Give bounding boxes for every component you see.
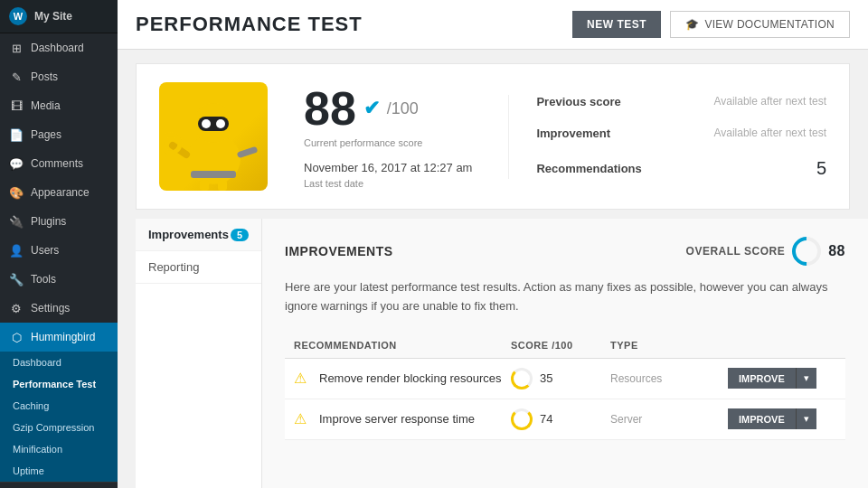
- sidebar-item-comments[interactable]: 💬 Comments: [0, 149, 118, 178]
- improvement-value: Available after next test: [713, 127, 826, 139]
- reporting-nav-label: Reporting: [148, 260, 199, 274]
- improve-dropdown-button[interactable]: ▾: [796, 408, 816, 429]
- improvements-badge: 5: [231, 229, 249, 241]
- sidebar-item-hb-caching[interactable]: Caching: [0, 395, 118, 417]
- hb-caching-label: Caching: [13, 400, 49, 411]
- svg-line-7: [241, 150, 254, 155]
- rec-name: Remove render blocking resources: [319, 371, 511, 385]
- improvement-label: Improvement: [536, 127, 610, 140]
- col-header-action: [728, 340, 836, 351]
- sidebar-item-label: Appearance: [31, 186, 90, 199]
- previous-score-label: Previous score: [536, 95, 620, 108]
- nav-item-improvements[interactable]: Improvements 5: [136, 219, 261, 251]
- hb-dashboard-label: Dashboard: [13, 357, 61, 368]
- sidebar-item-pages[interactable]: 📄 Pages: [0, 120, 118, 149]
- sidebar-item-label: Tools: [31, 273, 56, 286]
- media-icon: 🎞: [9, 99, 24, 113]
- hb-uptime-label: Uptime: [13, 465, 44, 476]
- improve-button[interactable]: IMPROVE: [728, 408, 796, 429]
- header-actions: NEW TEST 🎓 VIEW DOCUMENTATION: [572, 11, 850, 38]
- score-number: 88 ✔ /100: [304, 85, 472, 132]
- improvements-description: Here are your latest performance test re…: [285, 278, 845, 316]
- content-area: Improvements 5 Reporting IMPROVEMENTS OV…: [118, 219, 868, 488]
- posts-icon: ✎: [9, 70, 24, 84]
- sidebar-header: W My Site: [0, 0, 118, 33]
- rec-type: Resources: [610, 372, 728, 385]
- improvements-header: IMPROVEMENTS OVERALL SCORE 88: [285, 237, 845, 266]
- table-row: ⚠ Remove render blocking resources 35 Re…: [285, 359, 845, 399]
- overall-score-value: 88: [828, 243, 845, 259]
- improve-button[interactable]: IMPROVE: [728, 368, 796, 389]
- recommendations-label: Recommendations: [536, 162, 641, 175]
- rec-action: IMPROVE ▾: [728, 368, 836, 389]
- sidebar-item-tools[interactable]: 🔧 Tools: [0, 265, 118, 294]
- sidebar-nav: ⊞ Dashboard ✎ Posts 🎞 Media 📄 Pages 💬 Co…: [0, 33, 118, 488]
- hummingbird-sub-menu: Dashboard Performance Test Caching Gzip …: [0, 352, 118, 482]
- pages-icon: 📄: [9, 127, 24, 142]
- rec-score: 74: [540, 412, 552, 426]
- sidebar-item-media[interactable]: 🎞 Media: [0, 91, 118, 120]
- sidebar-item-label: Hummingbird: [31, 331, 95, 343]
- svg-rect-10: [218, 180, 227, 191]
- rec-score: 35: [540, 371, 552, 385]
- mini-donut-icon: [511, 368, 533, 389]
- svg-point-3: [202, 119, 211, 128]
- sidebar-item-label: Posts: [31, 70, 58, 83]
- view-docs-button[interactable]: 🎓 VIEW DOCUMENTATION: [670, 11, 850, 38]
- improvements-nav-label: Improvements: [148, 228, 229, 241]
- mini-donut-icon: [511, 408, 533, 430]
- hb-gzip-label: Gzip Compression: [13, 422, 94, 433]
- previous-score-value: Available after next test: [713, 95, 826, 108]
- improve-dropdown-button[interactable]: ▾: [796, 368, 816, 389]
- sidebar-item-hb-performance[interactable]: Performance Test: [0, 373, 118, 395]
- sidebar: W My Site ⊞ Dashboard ✎ Posts 🎞 Media 📄 …: [0, 0, 118, 488]
- sidebar-item-dashboard[interactable]: ⊞ Dashboard: [0, 33, 118, 62]
- settings-icon: ⚙: [9, 301, 24, 315]
- comments-icon: 💬: [9, 156, 24, 171]
- current-score-label: Current performance score: [304, 137, 472, 148]
- rec-type: Server: [610, 413, 728, 426]
- sidebar-item-label: Plugins: [31, 215, 66, 228]
- sidebar-item-label: Settings: [31, 302, 70, 314]
- rec-action: IMPROVE ▾: [728, 408, 836, 429]
- sidebar-item-hb-gzip[interactable]: Gzip Compression: [0, 417, 118, 438]
- score-max: /100: [387, 100, 419, 117]
- site-name: My Site: [34, 10, 72, 23]
- new-test-button[interactable]: NEW TEST: [572, 11, 661, 38]
- users-icon: 👤: [9, 243, 24, 258]
- overall-label: OVERALL SCORE: [686, 245, 786, 258]
- docs-icon: 🎓: [685, 18, 699, 31]
- collapse-menu-button[interactable]: ◀ Collapse menu: [0, 482, 118, 488]
- hummingbird-icon: ⬡: [9, 330, 24, 344]
- left-nav: Improvements 5 Reporting: [136, 219, 262, 488]
- sidebar-item-users[interactable]: 👤 Users: [0, 236, 118, 265]
- sidebar-item-hummingbird[interactable]: ⬡ Hummingbird: [0, 323, 118, 352]
- sidebar-item-label: Media: [31, 99, 61, 112]
- appearance-icon: 🎨: [9, 185, 24, 200]
- col-header-type: Type: [610, 340, 728, 351]
- warning-icon: ⚠: [294, 370, 312, 387]
- warning-icon: ⚠: [294, 410, 312, 427]
- previous-score-row: Previous score Available after next test: [536, 95, 826, 108]
- sidebar-item-settings[interactable]: ⚙ Settings: [0, 294, 118, 323]
- sidebar-item-label: Pages: [31, 128, 61, 141]
- sidebar-item-posts[interactable]: ✎ Posts: [0, 62, 118, 91]
- nav-item-reporting[interactable]: Reporting: [136, 251, 261, 284]
- score-date: November 16, 2017 at 12:27 am: [304, 161, 472, 174]
- mascot-image: [159, 82, 268, 191]
- sidebar-item-hb-uptime[interactable]: Uptime: [0, 460, 118, 482]
- overall-score: OVERALL SCORE 88: [686, 237, 845, 266]
- sidebar-item-hb-dashboard[interactable]: Dashboard: [0, 352, 118, 373]
- sidebar-item-plugins[interactable]: 🔌 Plugins: [0, 207, 118, 236]
- sidebar-item-label: Dashboard: [31, 42, 84, 54]
- hummingbird-section: ⬡ Hummingbird Dashboard Performance Test…: [0, 323, 118, 482]
- score-stats: Previous score Available after next test…: [508, 95, 826, 179]
- page-title: PERFORMANCE TEST: [136, 13, 363, 36]
- plugins-icon: 🔌: [9, 214, 24, 229]
- improvements-title: IMPROVEMENTS: [285, 244, 393, 258]
- rec-score-cell: 74: [511, 408, 610, 430]
- score-check-icon: ✔: [363, 99, 380, 118]
- sidebar-item-hb-minification[interactable]: Minification: [0, 438, 118, 460]
- sidebar-item-appearance[interactable]: 🎨 Appearance: [0, 178, 118, 207]
- rec-table-header: Recommendation Score /100 Type: [285, 333, 845, 359]
